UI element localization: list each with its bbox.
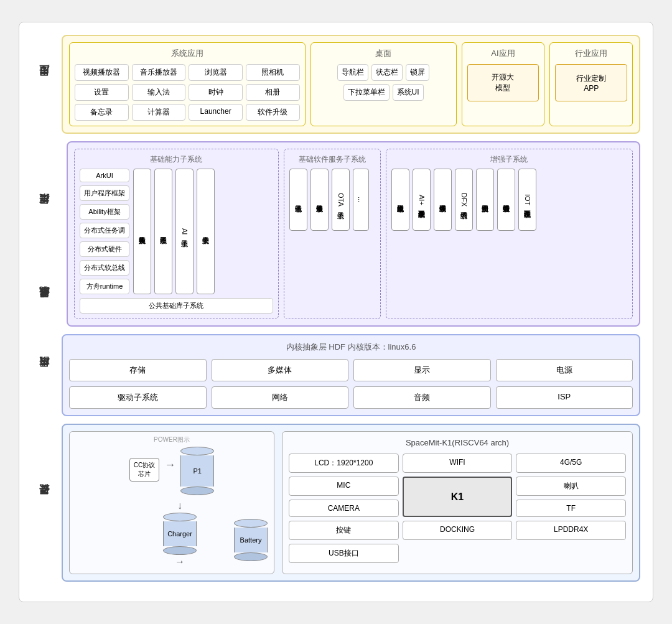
ai-apps-title: AI应用 <box>467 48 539 59</box>
enhanced-title: 增强子系统 <box>391 154 628 165</box>
kernel-layer-label: 内核层 <box>32 334 57 416</box>
basic-software-items: 电话子系统 事件通知子系统 OTA子系统 ... <box>289 169 375 231</box>
framework-layer-row: 框架层 系统服务层 基础能力子系统 ArkUI 用户程序框架 Ability框架… <box>32 141 640 327</box>
desktop-sysui: 系统UI <box>393 84 424 101</box>
kernel-network: 网络 <box>212 386 349 409</box>
hw-lpddr: LPDDR4X <box>516 521 626 540</box>
cap-userapp: 用户程序框架 <box>80 185 129 201</box>
hw-mic: MIC <box>289 477 399 496</box>
industry-apps-section: 行业应用 行业定制APP <box>549 42 633 126</box>
capability-vertical-items: 多模输入子系统 图形子系统 AI子系统 安全子系统 <box>133 169 215 294</box>
desktop-statusbar: 状态栏 <box>371 64 403 81</box>
hw-usb: USB接口 <box>289 544 399 563</box>
cap-graphics: 图形子系统 <box>154 169 172 294</box>
desktop-section: 桌面 导航栏 状态栏 锁屏 下拉菜单栏 系统UI <box>310 42 457 126</box>
kernel-row1: 存储 多媒体 显示 电源 <box>69 359 633 381</box>
enh-local-ai: 本地大模型子系统 <box>391 169 409 231</box>
spacemit-section: SpaceMit-K1(RISCV64 arch) LCD：1920*1200 … <box>282 431 633 574</box>
hw-right-grid: LCD：1920*1200 WIFI 4G/5G MIC K1 喇叭 CAMER… <box>289 454 626 563</box>
app-notes: 备忘录 <box>75 104 129 121</box>
enh-iot: IOT万物互联子系统 <box>518 169 536 231</box>
industry-apps-title: 行业应用 <box>555 48 627 59</box>
industry-custom-app: 行业定制APP <box>555 64 627 101</box>
capability-left-stack: ArkUI 用户程序框架 Ability框架 分布式任务调 分布式硬件 分布式软… <box>80 169 129 294</box>
battery-cylinder: Battery <box>234 519 268 561</box>
cap-security: 安全子系统 <box>197 169 215 294</box>
enh-industry: 行业增强插件子系统 <box>497 169 515 231</box>
svc-phone: 电话子系统 <box>289 169 307 231</box>
hw-tf: TF <box>516 500 626 517</box>
kernel-display: 显示 <box>353 359 491 381</box>
hw-speaker: 喇叭 <box>516 477 626 496</box>
kernel-layer-row: 内核层 内核抽象层 HDF 内核版本：linux6.6 存储 多媒体 显示 电源… <box>32 334 640 416</box>
basic-software-subsystem: 基础软件服务子系统 电话子系统 事件通知子系统 OTA子系统 ... <box>284 149 381 319</box>
svc-more: ... <box>353 169 369 231</box>
cap-ai: AI子系统 <box>175 169 194 294</box>
cap-runtime: 方舟runtime <box>80 279 129 294</box>
kernel-title: 内核抽象层 HDF 内核版本：linux6.6 <box>69 342 633 353</box>
charger-cylinder: Charger <box>163 513 197 555</box>
desktop-title: 桌面 <box>316 48 451 59</box>
app-calculator: 计算器 <box>132 104 186 121</box>
hw-button: 按键 <box>289 521 399 540</box>
cap-public-lib: 公共基础库子系统 <box>80 298 273 314</box>
arrow1: → <box>164 459 175 472</box>
app-settings: 设置 <box>75 84 129 101</box>
hw-wifi: WIFI <box>403 454 513 473</box>
kernel-layer-content: 内核抽象层 HDF 内核版本：linux6.6 存储 多媒体 显示 电源 驱动子… <box>62 334 640 416</box>
app-videoplayer: 视频播放器 <box>75 64 129 81</box>
app-musicplayer: 音乐播放器 <box>132 64 186 81</box>
basic-capability-title: 基础能力子系统 <box>80 154 273 165</box>
system-service-label: 系统服务层 <box>32 284 57 327</box>
hw-docking: DOCKING <box>403 521 513 540</box>
application-layer-content: 系统应用 视频播放器 音乐播放器 浏览器 照相机 设置 输入法 时钟 相册 <box>62 35 640 134</box>
basic-capability-subsystem: 基础能力子系统 ArkUI 用户程序框架 Ability框架 分布式任务调 分布… <box>74 149 279 319</box>
system-apps-row2: 设置 输入法 时钟 相册 <box>75 84 300 101</box>
desktop-lockscreen: 锁屏 <box>406 64 429 81</box>
svc-event: 事件通知子系统 <box>310 169 329 231</box>
desktop-pulldown: 下拉菜单栏 <box>343 84 390 101</box>
framework-label: 框架层 <box>32 141 57 284</box>
app-input: 输入法 <box>132 84 186 101</box>
hw-4g5g: 4G/5G <box>516 454 626 473</box>
kernel-multimedia: 多媒体 <box>212 359 349 381</box>
cap-ability: Ability框架 <box>80 204 129 220</box>
system-apps-section: 系统应用 视频播放器 音乐播放器 浏览器 照相机 设置 输入法 时钟 相册 <box>69 42 306 126</box>
power-row1: CC协议芯片 → P1 <box>129 447 214 495</box>
hardware-layer-label: 硬件层 <box>32 424 57 582</box>
cap-dist-bus: 分布式软总线 <box>80 260 129 276</box>
enh-dfx: DFX增强子系统 <box>455 169 473 231</box>
power-diagram: POWER图示 CC协议芯片 → P1 <box>69 431 274 574</box>
cap-dist-hw: 分布式硬件 <box>80 241 129 257</box>
app-clock: 时钟 <box>189 84 243 101</box>
framework-layer-content: 基础能力子系统 ArkUI 用户程序框架 Ability框架 分布式任务调 分布… <box>67 141 640 327</box>
app-browser: 浏览器 <box>189 64 243 81</box>
main-diagram: 应用层 系统应用 视频播放器 音乐播放器 浏览器 照相机 设置 输入法 时钟 <box>19 22 653 602</box>
app-update: 软件升级 <box>246 104 300 121</box>
enh-multimedia: 多媒体增强子系统 <box>434 169 452 231</box>
kernel-power: 电源 <box>496 359 633 381</box>
enhanced-items: 本地大模型子系统 AI+多屏互动增强子系统 多媒体增强子系统 DFX增强子系统 … <box>391 169 628 231</box>
application-layer-label: 应用层 <box>32 35 57 134</box>
desktop-navbar: 导航栏 <box>337 64 368 81</box>
hardware-layer-row: 硬件层 POWER图示 CC协议芯片 → <box>32 424 640 582</box>
hw-k1: K1 <box>403 477 513 517</box>
cc-protocol: CC协议芯片 <box>129 458 159 482</box>
system-apps-row1: 视频播放器 音乐播放器 浏览器 照相机 <box>75 64 300 81</box>
power-diagram-content: CC协议芯片 → P1 <box>76 438 268 567</box>
system-apps-row3: 备忘录 计算器 Launcher 软件升级 <box>75 104 300 121</box>
enh-security: 安全加固子系统 <box>476 169 494 231</box>
app-gallery: 相册 <box>246 84 300 101</box>
application-layer-row: 应用层 系统应用 视频播放器 音乐播放器 浏览器 照相机 设置 输入法 时钟 <box>32 35 640 134</box>
kernel-driver: 驱动子系统 <box>69 386 207 409</box>
hw-camera: CAMERA <box>289 500 399 517</box>
svc-ota: OTA子系统 <box>332 169 350 231</box>
p1-cylinder: P1 <box>180 447 214 495</box>
app-camera: 照相机 <box>246 64 300 81</box>
cap-arkui: ArkUI <box>80 169 129 182</box>
enh-ai-multiscreen: AI+多屏互动增强子系统 <box>413 169 431 231</box>
cap-dist-task: 分布式任务调 <box>80 223 129 238</box>
enhanced-subsystem: 增强子系统 本地大模型子系统 AI+多屏互动增强子系统 多媒体增强子系统 DFX… <box>386 149 633 319</box>
cap-multimodal: 多模输入子系统 <box>133 169 151 294</box>
ai-apps-section: AI应用 开源大模型 <box>462 42 545 126</box>
